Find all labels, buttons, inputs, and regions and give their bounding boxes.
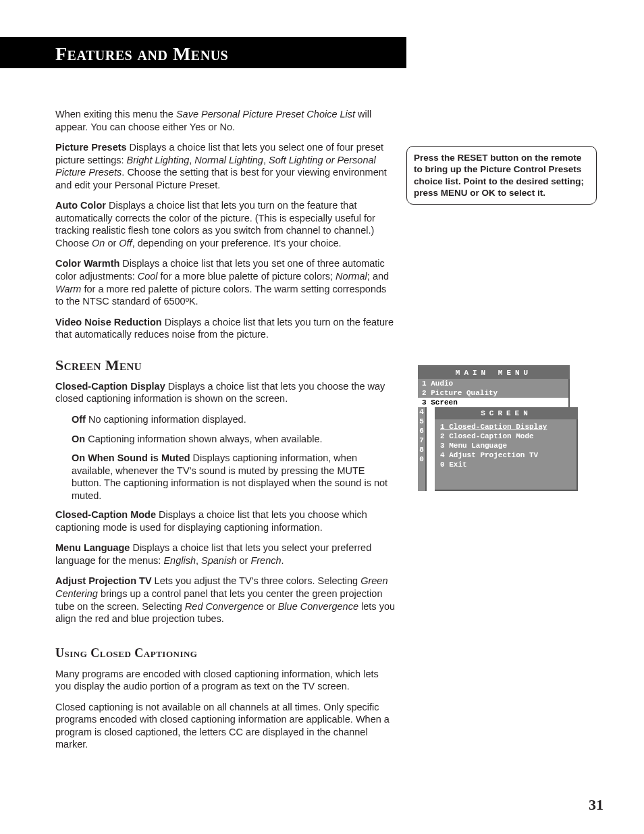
osd-main-title: MAIN MENU <box>418 365 570 379</box>
cc-mode-paragraph: Closed-Caption Mode Displays a choice li… <box>55 509 396 533</box>
reset-tip-callout: Press the RESET button on the remote to … <box>406 146 597 205</box>
osd-sub-title: SCREEN <box>435 407 578 419</box>
cc-options-list: Off No captioning information displayed.… <box>72 413 396 502</box>
cc-display-paragraph: Closed-Caption Display Displays a choice… <box>55 380 396 405</box>
screen-menu-heading: Screen Menu <box>55 356 396 375</box>
cc-off-row: Off No captioning information displayed. <box>72 413 396 426</box>
chapter-title-bar: Features and Menus <box>0 37 406 68</box>
menu-language-paragraph: Menu Language Displays a choice list tha… <box>55 542 396 567</box>
cc-on-mute-row: On When Sound is Muted Displays captioni… <box>72 452 396 502</box>
osd-sub-row-adjust-ptv: 4 Adjust Projection TV <box>440 450 571 460</box>
color-warmth-paragraph: Color Warmth Displays a choice list that… <box>55 257 396 307</box>
osd-main-row-screen-selected: 3 Screen <box>418 398 570 407</box>
cc-on-row: On Captioning information shown always, … <box>72 433 396 446</box>
osd-sub-row-cc-mode: 2 Closed-Caption Mode <box>440 432 571 441</box>
video-noise-paragraph: Video Noise Reduction Displays a choice … <box>55 316 396 341</box>
intro-paragraph: When exiting this menu the Save Personal… <box>55 108 396 133</box>
using-closed-captioning-heading: Using Closed Captioning <box>55 646 396 661</box>
auto-color-paragraph: Auto Color Displays a choice list that l… <box>55 199 396 249</box>
osd-submenu: SCREEN 1 Closed-Caption Display 2 Closed… <box>435 407 578 491</box>
body-text-column: When exiting this menu the Save Personal… <box>55 108 396 759</box>
osd-main-row-picture-quality: 2 Picture Quality <box>418 388 570 398</box>
picture-presets-paragraph: Picture Presets Displays a choice list t… <box>55 141 396 191</box>
osd-menu-screenshot: MAIN MENU 1 Audio 2 Picture Quality 3 Sc… <box>418 365 570 491</box>
page-number: 31 <box>589 796 603 814</box>
osd-sub-row-exit: 0 Exit <box>440 460 571 469</box>
osd-sub-row-menu-language: 3 Menu Language <box>440 441 571 450</box>
adjust-projection-paragraph: Adjust Projection TV Lets you adjust the… <box>55 575 396 625</box>
osd-main-row-audio: 1 Audio <box>418 379 570 388</box>
osd-main-number-column: 4 5 6 7 8 0 <box>418 407 427 491</box>
osd-sub-row-cc-display-selected: 1 Closed-Caption Display <box>440 422 571 432</box>
using-cc-p2: Closed captioning is not available on al… <box>55 701 396 751</box>
using-cc-p1: Many programs are encoded with closed ca… <box>55 668 396 693</box>
